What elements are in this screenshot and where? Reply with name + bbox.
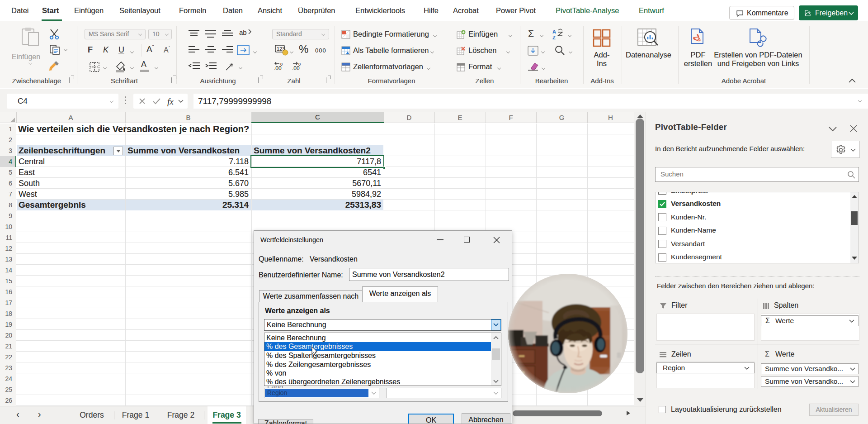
svg-text:fx: fx [167,97,174,106]
svg-text:ab: ab [239,29,247,36]
svg-text:A: A [552,29,556,34]
svg-text:0: 0 [280,62,283,67]
svg-text:Z: Z [552,35,556,40]
svg-text:0: 0 [298,62,301,67]
